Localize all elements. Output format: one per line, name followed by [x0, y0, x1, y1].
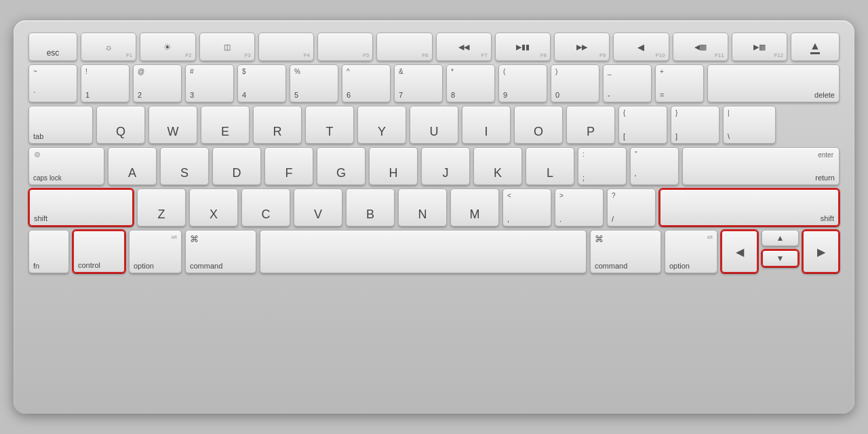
key-space[interactable] — [260, 230, 587, 273]
key-rbracket[interactable]: } ] — [671, 106, 719, 144]
key-minus[interactable]: _ - — [603, 64, 652, 102]
key-l[interactable]: L — [526, 147, 574, 185]
keyboard: esc ☼ F1 ☀ F2 ◫ F3 ⁫⁫⁫⁫ F4 F5 F6 — [14, 20, 854, 414]
key-f4[interactable]: ⁫⁫⁫⁫ F4 — [258, 33, 314, 61]
key-a[interactable]: A — [108, 147, 157, 185]
key-f7[interactable]: ◀◀ F7 — [436, 33, 492, 61]
key-o[interactable]: O — [514, 106, 563, 144]
key-command-right[interactable]: ⌘ command — [590, 230, 661, 273]
key-z[interactable]: Z — [137, 189, 186, 226]
key-f12[interactable]: ▶▩ F12 — [732, 33, 787, 61]
key-f9[interactable]: ▶▶ F9 — [554, 33, 610, 61]
key-lbracket[interactable]: { [ — [618, 106, 667, 144]
key-tilde[interactable]: ~ ` — [28, 64, 77, 102]
key-semicolon[interactable]: : ; — [578, 147, 627, 185]
key-arrow-up[interactable]: ▲ — [762, 230, 799, 246]
key-f1[interactable]: ☼ F1 — [81, 33, 136, 61]
key-9[interactable]: ( 9 — [498, 64, 547, 102]
key-arrow-right[interactable]: ▶ — [802, 230, 840, 273]
key-d[interactable]: D — [212, 147, 261, 185]
key-quote[interactable]: " ' — [630, 147, 679, 185]
key-j[interactable]: J — [421, 147, 470, 185]
key-h[interactable]: H — [369, 147, 418, 185]
key-f2[interactable]: ☀ F2 — [140, 33, 195, 61]
key-g[interactable]: G — [317, 147, 366, 185]
key-fn[interactable]: fn — [28, 230, 69, 273]
key-capslock[interactable]: caps lock — [28, 147, 104, 185]
key-f11[interactable]: ◀▩ F11 — [673, 33, 728, 61]
key-equals[interactable]: + = — [655, 64, 704, 102]
key-backslash[interactable]: | \ — [723, 106, 776, 144]
key-b[interactable]: B — [346, 189, 395, 226]
key-f10[interactable]: ◀ F10 — [613, 33, 669, 61]
key-2[interactable]: @ 2 — [133, 64, 182, 102]
key-slash[interactable]: ? / — [607, 189, 656, 226]
key-f8[interactable]: ▶▮▮ F8 — [495, 33, 551, 61]
key-i[interactable]: I — [462, 106, 511, 144]
key-t[interactable]: T — [305, 106, 354, 144]
key-f5[interactable]: F5 — [317, 33, 373, 61]
key-3[interactable]: # 3 — [185, 64, 234, 102]
key-0[interactable]: ) 0 — [551, 64, 599, 102]
key-4[interactable]: $ 4 — [237, 64, 286, 102]
key-tab[interactable]: tab — [28, 106, 93, 144]
key-w[interactable]: W — [149, 106, 197, 144]
key-shift-left[interactable]: shift — [28, 189, 134, 226]
key-5[interactable]: % 5 — [290, 64, 338, 102]
key-option-left[interactable]: alt option — [129, 230, 182, 273]
key-m[interactable]: M — [450, 189, 499, 226]
key-arrow-left[interactable]: ◀ — [721, 230, 758, 273]
key-7[interactable]: & 7 — [394, 64, 443, 102]
key-v[interactable]: V — [294, 189, 342, 226]
key-enter[interactable]: enter return — [682, 147, 840, 185]
key-k[interactable]: K — [473, 147, 522, 185]
key-arrow-down[interactable]: ▼ — [762, 250, 799, 267]
key-y[interactable]: Y — [357, 106, 406, 144]
key-comma[interactable]: < , — [502, 189, 551, 226]
key-esc[interactable]: esc — [28, 33, 77, 61]
key-f6[interactable]: F6 — [376, 33, 432, 61]
key-1[interactable]: ! 1 — [81, 64, 130, 102]
key-6[interactable]: ^ 6 — [342, 64, 391, 102]
key-period[interactable]: > . — [555, 189, 604, 226]
key-p[interactable]: P — [566, 106, 615, 144]
key-c[interactable]: C — [241, 189, 290, 226]
key-n[interactable]: N — [398, 189, 447, 226]
key-e[interactable]: E — [201, 106, 250, 144]
key-f3[interactable]: ◫ F3 — [199, 33, 255, 61]
key-u[interactable]: U — [410, 106, 458, 144]
key-q[interactable]: Q — [96, 106, 145, 144]
key-shift-right[interactable]: shift — [659, 189, 840, 226]
key-option-right[interactable]: alt option — [665, 230, 717, 273]
key-8[interactable]: * 8 — [446, 64, 495, 102]
key-f[interactable]: F — [264, 147, 313, 185]
key-control[interactable]: control — [73, 230, 125, 273]
key-r[interactable]: R — [253, 106, 302, 144]
key-command-left[interactable]: ⌘ command — [185, 230, 256, 273]
key-s[interactable]: S — [160, 147, 209, 185]
key-x[interactable]: X — [189, 189, 238, 226]
key-eject[interactable]: ▲ — [791, 33, 840, 61]
key-delete[interactable]: delete — [707, 64, 840, 102]
